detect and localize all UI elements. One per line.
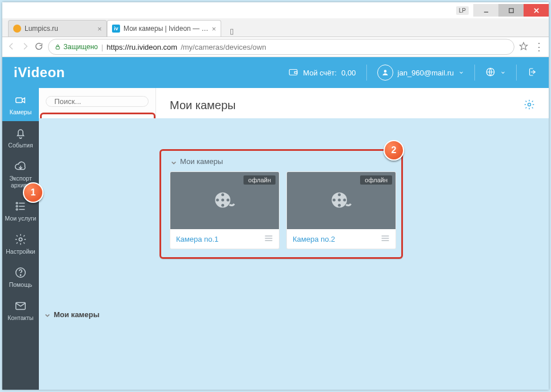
window-close-button[interactable] (524, 4, 549, 17)
browser-tabstrip: Lumpics.ru × iv Мои камеры | Ivideon — …… (2, 18, 549, 37)
secure-label: Защищено (63, 43, 98, 51)
nav-settings[interactable]: Настройки (2, 227, 40, 261)
card-menu-icon[interactable] (381, 235, 390, 243)
svg-point-14 (16, 206, 18, 207)
camera-group-header[interactable]: Мои камеры (170, 153, 535, 171)
page-settings-button[interactable] (524, 99, 535, 112)
camera-name[interactable]: Камера no.1 (176, 235, 218, 243)
camera-name[interactable]: Камера no.2 (293, 235, 335, 243)
new-tab-button[interactable]: ▯ (225, 25, 238, 37)
chevron-down-icon (45, 311, 50, 317)
search-input[interactable] (53, 97, 151, 106)
logo[interactable]: iVideon (14, 65, 65, 81)
svg-point-47 (343, 198, 346, 201)
camera-group-label: Мои камеры (180, 157, 223, 166)
gear-icon (14, 233, 27, 246)
nav-export[interactable]: Экспорт архива (2, 154, 40, 194)
svg-point-46 (333, 198, 336, 201)
svg-rect-6 (289, 69, 297, 75)
wallet-icon (288, 67, 298, 79)
bell-icon (14, 127, 27, 139)
camera-icon (14, 94, 27, 106)
search-box[interactable] (46, 96, 149, 107)
nav-label: Настройки (6, 248, 35, 255)
tab-close-icon[interactable]: × (97, 25, 102, 33)
favicon-lumpics-icon (13, 25, 21, 33)
svg-point-18 (19, 238, 22, 241)
help-icon (14, 266, 27, 279)
address-bar[interactable]: Защищено | https://ru.ivideon.com/my/cam… (48, 39, 514, 55)
menu-dots-icon[interactable]: ⋮ (534, 44, 544, 50)
nav-services[interactable]: Мои услуги (2, 194, 40, 227)
svg-point-43 (338, 198, 341, 201)
nav-help[interactable]: Помощь (2, 261, 40, 294)
svg-point-35 (221, 193, 224, 196)
bookmark-star-icon[interactable] (519, 42, 528, 53)
film-reel-icon (213, 189, 236, 213)
svg-point-38 (226, 198, 229, 201)
status-badge: офлайн (360, 175, 392, 185)
window-titlebar: LP (2, 2, 549, 18)
user-avatar-icon (377, 65, 393, 81)
browser-tab[interactable]: Lumpics.ru × (8, 20, 107, 37)
chevron-down-icon (171, 159, 177, 165)
svg-point-36 (221, 203, 224, 206)
cloud-download-icon (14, 160, 27, 173)
svg-point-37 (216, 198, 219, 201)
svg-point-30 (528, 103, 531, 106)
url-path: /my/cameras/devices/own (181, 43, 266, 51)
nav-label: Контакты (7, 314, 33, 321)
window-minimize-button[interactable] (473, 4, 498, 17)
url-host: https://ru.ivideon.com (107, 43, 178, 51)
balance-label: Мой счёт: (303, 69, 337, 77)
balance-value: 0,00 (341, 69, 356, 77)
profile-badge: LP (456, 6, 469, 15)
tab-title: Lumpics.ru (25, 25, 94, 33)
svg-point-16 (16, 209, 18, 210)
browser-toolbar: Защищено | https://ru.ivideon.com/my/cam… (2, 37, 549, 57)
logout-button[interactable] (527, 67, 537, 79)
tab-title: Мои камеры | Ivideon — … (123, 25, 208, 33)
nav-cameras[interactable]: Камеры (2, 88, 40, 121)
camera-card[interactable]: офлайн Камера no.2 (286, 171, 396, 249)
browser-tab[interactable]: iv Мои камеры | Ivideon — … × (107, 20, 221, 37)
svg-rect-4 (56, 47, 59, 50)
card-menu-icon[interactable] (264, 235, 273, 243)
language-menu[interactable] (485, 67, 506, 79)
mail-icon (14, 299, 27, 312)
svg-point-20 (20, 275, 21, 275)
account-menu[interactable]: jan_960@mail.ru (377, 65, 464, 81)
camera-thumbnail: офлайн (287, 172, 396, 229)
camera-tree: Мои камеры ⋮ Дом Камера no.1 (39, 115, 155, 390)
svg-point-8 (384, 70, 386, 73)
nav-back-button[interactable] (7, 42, 16, 53)
nav-label: Экспорт архива (2, 175, 39, 189)
camera-card[interactable]: офлайн Камера no.1 (170, 171, 280, 249)
status-badge: офлайн (243, 175, 276, 185)
balance[interactable]: Мой счёт: 0,00 (288, 67, 356, 79)
tree-root-label: Мои камеры (54, 310, 99, 319)
chevron-down-icon (458, 70, 464, 75)
tab-close-icon[interactable]: × (211, 25, 216, 33)
nav-label: Помощь (9, 281, 33, 288)
tree-panel: Мои камеры ⋮ Дом Камера no.1 (39, 88, 156, 390)
page-title: Мои камеры (170, 99, 235, 112)
nav-label: События (8, 142, 33, 149)
lock-icon (54, 43, 61, 50)
svg-rect-11 (16, 98, 22, 102)
nav-events[interactable]: События (2, 121, 40, 154)
nav-reload-button[interactable] (34, 42, 43, 53)
globe-icon (485, 67, 496, 79)
chevron-down-icon (500, 70, 506, 75)
side-nav: Камеры События Экспорт архива Мои услуги… (2, 88, 39, 390)
svg-point-44 (338, 193, 341, 196)
list-icon (14, 200, 27, 213)
svg-point-45 (338, 203, 341, 206)
favicon-ivideon-icon: iv (112, 25, 120, 33)
nav-contacts[interactable]: Контакты (2, 294, 40, 327)
nav-label: Камеры (10, 109, 31, 115)
user-email: jan_960@mail.ru (398, 69, 454, 77)
window-maximize-button[interactable] (498, 4, 524, 17)
film-reel-icon (330, 189, 353, 213)
nav-forward-button[interactable] (21, 42, 30, 53)
